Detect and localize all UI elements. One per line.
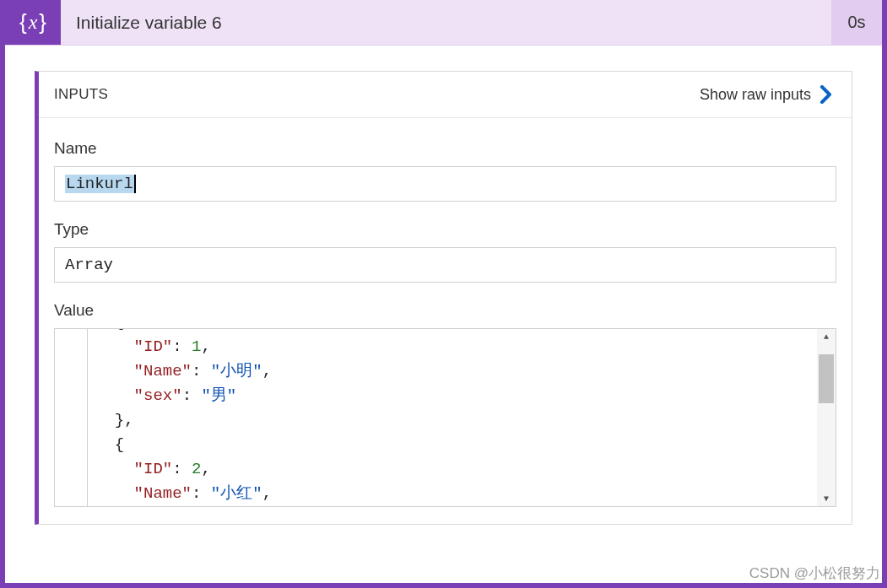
- inputs-panel: INPUTS Show raw inputs Name Linkurl Type…: [35, 71, 852, 525]
- show-raw-inputs-label: Show raw inputs: [700, 86, 811, 104]
- type-field-value: Array: [65, 256, 113, 274]
- name-field-label: Name: [54, 139, 836, 158]
- name-field-value: Linkurl: [65, 175, 136, 193]
- scrollbar-track[interactable]: ▲ ▼: [817, 329, 836, 506]
- value-field-label: Value: [54, 301, 836, 320]
- type-field[interactable]: Array: [54, 247, 836, 283]
- name-field[interactable]: Linkurl: [54, 166, 836, 202]
- action-card-frame: {x} Initialize variable 6 0s INPUTS Show…: [0, 0, 887, 588]
- action-title: Initialize variable 6: [61, 0, 831, 45]
- scroll-up-icon[interactable]: ▲: [817, 329, 836, 344]
- chevron-right-icon: [819, 85, 833, 104]
- value-json-content: { "ID": 1, "Name": "小明", "sex": "男" }, {…: [95, 328, 814, 506]
- variable-icon: {x}: [5, 0, 61, 45]
- watermark-text: CSDN @小松很努力: [749, 564, 880, 583]
- action-header[interactable]: {x} Initialize variable 6 0s: [5, 0, 882, 46]
- type-field-label: Type: [54, 220, 836, 239]
- inputs-panel-header: INPUTS Show raw inputs: [39, 72, 852, 118]
- show-raw-inputs-button[interactable]: Show raw inputs: [700, 85, 833, 104]
- inputs-heading: INPUTS: [54, 86, 108, 103]
- action-duration: 0s: [831, 0, 882, 45]
- scrollbar-thumb[interactable]: [819, 354, 834, 403]
- code-gutter: [87, 329, 88, 506]
- scroll-down-icon[interactable]: ▼: [817, 491, 836, 506]
- inputs-panel-body: Name Linkurl Type Array Value { "ID": 1,…: [39, 118, 852, 524]
- value-field[interactable]: { "ID": 1, "Name": "小明", "sex": "男" }, {…: [54, 328, 836, 507]
